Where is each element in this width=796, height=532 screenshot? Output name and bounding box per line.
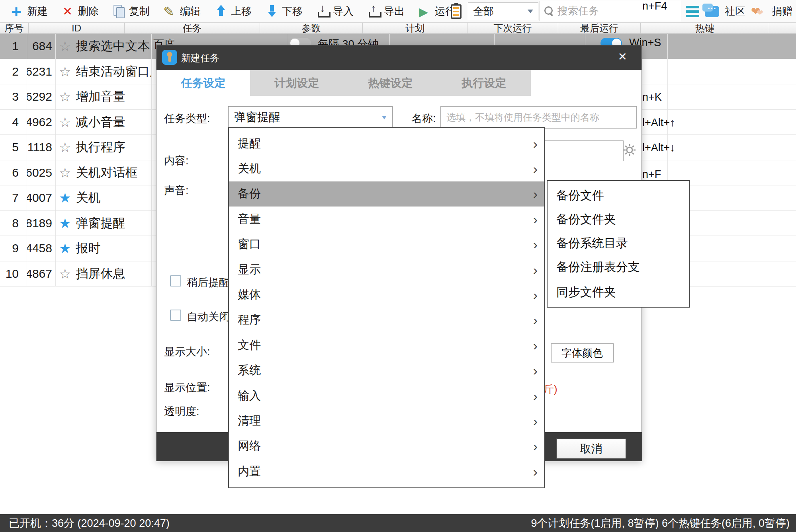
table-header-cell[interactable]: 序号 <box>0 23 29 33</box>
chevron-right-icon: › <box>533 390 538 402</box>
submenu-item[interactable]: 备份文件夹 <box>548 207 689 231</box>
close-icon[interactable]: ✕ <box>618 50 627 63</box>
menu-item[interactable]: 内置 › <box>229 459 544 484</box>
remind-later-checkbox[interactable] <box>170 275 181 286</box>
auto-close-label: 自动关闭 <box>187 310 230 324</box>
menu-item[interactable]: 提醒 › <box>229 131 544 156</box>
favorite-star-icon[interactable] <box>59 191 71 205</box>
hotkey-text: n+F <box>642 168 661 181</box>
toolbar-buttons: 新建 删除 复制 编辑 上移 下移 导入 <box>0 2 460 20</box>
toolbar-button[interactable]: 编辑 <box>158 2 205 20</box>
menu-item[interactable]: 备份 › <box>229 181 544 207</box>
row-index: 3 <box>0 84 27 109</box>
menu-item-label: 窗口 <box>238 236 533 252</box>
content-label: 内容: <box>164 154 189 168</box>
menu-item[interactable]: 窗口 › <box>229 232 544 257</box>
dialog-tab[interactable]: 任务设定 <box>156 70 250 96</box>
font-color-button[interactable]: 字体颜色 <box>551 343 614 362</box>
toolbar-button-label: 新建 <box>27 4 48 18</box>
red-note-fragment: 斤) <box>544 382 557 396</box>
submenu-item[interactable]: 同步文件夹 <box>548 280 689 304</box>
toolbar-button[interactable]: 复制 <box>108 2 155 20</box>
dialog-tab[interactable]: 计划设定 <box>250 70 344 96</box>
toolbar-button[interactable]: 导入 <box>311 2 358 20</box>
toolbar-button[interactable]: 导出 <box>362 2 409 20</box>
table-header-cell[interactable]: ID <box>29 23 125 33</box>
menu-item-label: 系统 <box>238 362 533 378</box>
dialog-titlebar: 新建任务 ✕ <box>156 45 641 70</box>
menu-item[interactable]: 文件 › <box>229 333 544 358</box>
menu-item[interactable]: 关机 › <box>229 156 544 181</box>
auto-close-checkbox[interactable] <box>170 310 181 321</box>
backup-submenu: 备份文件备份文件夹备份系统目录备份注册表分支同步文件夹 <box>547 180 690 308</box>
task-list-icon[interactable] <box>686 6 699 17</box>
menu-item[interactable]: 输入 › <box>229 383 544 408</box>
table-header-cell[interactable]: 计划 <box>363 23 467 33</box>
menu-item-label: 音量 <box>238 211 533 227</box>
menu-item[interactable]: 网络 › <box>229 434 544 459</box>
toolbar-button-icon <box>265 4 279 19</box>
app-window: 新建 删除 复制 编辑 上移 下移 导入 <box>0 0 796 532</box>
favorite-star-icon[interactable] <box>59 242 71 255</box>
row-id: 1118 <box>27 135 56 160</box>
table-header: 序号ID任务参数计划下次运行最后运行热键 <box>0 23 796 34</box>
table-header-cell[interactable] <box>769 23 769 33</box>
cancel-button[interactable]: 取消 <box>556 438 626 459</box>
row-id: 6292 <box>27 84 56 109</box>
dialog-tab[interactable]: 热键设定 <box>344 70 437 96</box>
favorite-star-icon[interactable] <box>59 140 71 154</box>
menu-item[interactable]: 系统 › <box>229 358 544 383</box>
table-header-cell[interactable]: 下次运行 <box>467 23 558 33</box>
search-icon <box>544 6 553 16</box>
toolbar-button[interactable]: 上移 <box>209 2 256 20</box>
favorite-star-icon[interactable] <box>59 90 71 103</box>
menu-item-label: 清理 <box>238 413 533 429</box>
menu-item-label: 显示 <box>238 262 533 278</box>
filter-value: 全部 <box>473 4 528 18</box>
table-header-cell[interactable]: 任务 <box>125 23 260 33</box>
display-size-label: 显示大小: <box>164 345 210 359</box>
menu-item[interactable]: 媒体 › <box>229 282 544 307</box>
task-type-select[interactable]: 弹窗提醒 <box>228 106 393 129</box>
name-label: 名称: <box>411 111 436 126</box>
chevron-down-icon <box>382 116 387 119</box>
submenu-item[interactable]: 备份系统目录 <box>548 231 689 255</box>
favorite-star-icon[interactable] <box>59 65 71 78</box>
favorite-star-icon[interactable] <box>59 267 71 281</box>
menu-item[interactable]: 音量 › <box>229 207 544 232</box>
dialog-title: 新建任务 <box>181 52 219 64</box>
community-chat-icon[interactable] <box>705 6 719 17</box>
donate-link[interactable]: 捐赠 <box>772 4 792 18</box>
submenu-item[interactable]: 备份文件 <box>548 183 689 207</box>
favorite-star-icon[interactable] <box>59 166 71 179</box>
filter-dropdown[interactable]: 全部 <box>468 2 538 20</box>
table-header-cell[interactable]: 参数 <box>260 23 363 33</box>
community-link[interactable]: 社区 <box>725 4 745 18</box>
donate-heart-icon[interactable] <box>751 5 766 18</box>
row-index: 5 <box>0 135 27 160</box>
toolbar-button[interactable]: 下移 <box>260 2 307 20</box>
menu-item[interactable]: 程序 › <box>229 308 544 333</box>
toolbar-right-links: 社区 捐赠 <box>686 0 792 23</box>
toolbar-button-icon <box>163 4 177 19</box>
favorite-star-icon[interactable] <box>59 216 71 230</box>
task-type-label: 任务类型: <box>164 111 210 126</box>
menu-item-label: 媒体 <box>238 287 533 303</box>
menu-item[interactable]: 显示 › <box>229 257 544 282</box>
extra-cell <box>668 84 796 109</box>
task-type-menu: 提醒 › 关机 › 备份 › 音量 › 窗口 › 显示 › 媒体 › 程序 <box>228 127 545 488</box>
toolbar-button[interactable]: 删除 <box>57 2 104 20</box>
favorite-star-icon[interactable] <box>59 39 71 53</box>
menu-item-label: 文件 <box>238 337 533 353</box>
gear-icon[interactable] <box>623 144 636 158</box>
table-header-cell[interactable]: 热键 <box>641 23 769 33</box>
dialog-tab[interactable]: 执行设定 <box>437 70 531 96</box>
submenu-item[interactable]: 备份注册表分支 <box>548 255 689 279</box>
favorite-star-icon[interactable] <box>59 115 71 129</box>
table-header-cell[interactable]: 最后运行 <box>558 23 641 33</box>
task-name-input[interactable] <box>440 106 637 129</box>
menu-item[interactable]: 清理 › <box>229 408 544 433</box>
filter-clipboard-icon <box>451 4 462 19</box>
toolbar-button[interactable]: 新建 <box>6 2 53 20</box>
row-index: 2 <box>0 59 27 84</box>
